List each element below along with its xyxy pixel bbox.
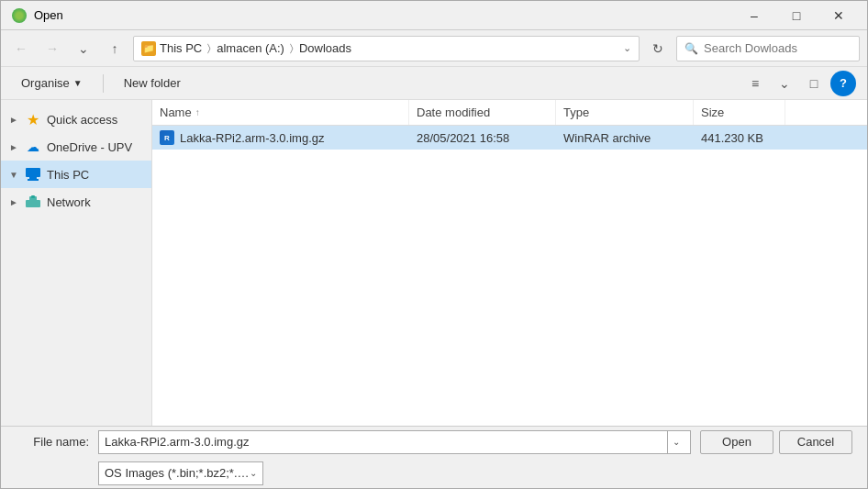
file-header: Name ↑ Date modified Type Size <box>152 100 867 126</box>
filetype-row: OS Images (*.bin;*.bz2;*.dmg;*. ⌄ <box>16 461 852 485</box>
svg-rect-1 <box>29 177 37 179</box>
filename-input[interactable] <box>105 435 667 449</box>
filename-input-wrap: ⌄ <box>98 430 691 454</box>
quick-access-chevron-icon: ► <box>8 115 19 125</box>
app-icon <box>12 8 27 23</box>
new-folder-button[interactable]: New folder <box>115 71 190 96</box>
sidebar-item-network[interactable]: ► Network <box>1 188 151 216</box>
close-button[interactable]: ✕ <box>818 1 860 30</box>
quick-access-label: Quick access <box>47 113 117 127</box>
organise-label: Organise <box>21 76 70 90</box>
help-label: ? <box>840 76 847 90</box>
addressbar: ← → ⌄ ↑ 📁 This PC 〉 almacen (A:) 〉 Dowlo… <box>1 30 867 67</box>
toolbar-separator <box>103 74 104 93</box>
filename-row: File name: ⌄ Open Cancel <box>16 430 852 454</box>
this-pc-chevron-icon: ▼ <box>8 170 19 180</box>
back-button[interactable]: ← <box>8 36 34 61</box>
breadcrumb-folder-icon: 📁 <box>141 41 156 56</box>
list-view-button[interactable]: ≡ <box>742 71 768 96</box>
footer-buttons: Open Cancel <box>700 430 852 454</box>
name-sort-icon: ↑ <box>195 107 200 117</box>
forward-button[interactable]: → <box>39 36 65 61</box>
titlebar: Open – □ ✕ <box>1 1 867 30</box>
refresh-button[interactable]: ↻ <box>645 36 671 61</box>
filetype-value: OS Images (*.bin;*.bz2;*.dmg;*. <box>105 466 250 480</box>
col-header-type[interactable]: Type <box>556 100 694 125</box>
this-pc-label: This PC <box>47 168 89 182</box>
organise-button[interactable]: Organise ▼ <box>12 71 92 96</box>
file-list: R Lakka-RPi2.arm-3.0.img.gz 28/05/2021 1… <box>152 126 867 426</box>
organise-chevron-icon: ▼ <box>73 78 83 88</box>
svg-rect-5 <box>31 195 35 198</box>
breadcrumb-sep-2: 〉 <box>290 42 294 54</box>
toolbar-right: ≡ ⌄ □ ? <box>742 71 856 96</box>
search-icon: 🔍 <box>684 42 698 55</box>
file-size-cell: 441.230 KB <box>694 126 785 150</box>
file-area: Name ↑ Date modified Type Size R <box>152 100 867 426</box>
file-name-cell: R Lakka-RPi2.arm-3.0.img.gz <box>152 126 409 150</box>
filename-label: File name: <box>16 435 89 449</box>
breadcrumb: 📁 This PC 〉 almacen (A:) 〉 Dowloads ⌄ <box>133 36 640 61</box>
titlebar-left: Open <box>12 8 63 23</box>
help-button[interactable]: ? <box>830 71 856 96</box>
this-pc-icon <box>25 166 41 183</box>
network-chevron-icon: ► <box>8 197 19 207</box>
search-input[interactable] <box>704 41 851 55</box>
onedrive-chevron-icon: ► <box>8 142 19 152</box>
cancel-button[interactable]: Cancel <box>779 430 852 454</box>
open-dialog: Open – □ ✕ ← → ⌄ ↑ 📁 This PC 〉 almacen (… <box>0 0 868 489</box>
titlebar-controls: – □ ✕ <box>733 1 860 30</box>
titlebar-title: Open <box>34 8 63 22</box>
sidebar-item-this-pc[interactable]: ▼ This PC <box>1 161 151 188</box>
breadcrumb-dropdown-button[interactable]: ⌄ <box>623 42 631 54</box>
footer: File name: ⌄ Open Cancel OS Images (*.bi… <box>1 426 867 488</box>
breadcrumb-dowloads[interactable]: Dowloads <box>299 41 351 55</box>
search-box: 🔍 <box>676 36 860 61</box>
sidebar: ► ★ Quick access ► ☁ OneDrive - UPV ▼ <box>1 100 152 426</box>
breadcrumb-sep-1: 〉 <box>207 42 211 54</box>
sidebar-item-quick-access[interactable]: ► ★ Quick access <box>1 106 151 133</box>
svg-rect-2 <box>28 179 39 181</box>
file-type-cell: WinRAR archive <box>556 126 694 150</box>
view-chevron-button[interactable]: ⌄ <box>772 71 797 96</box>
filename-dropdown-button[interactable]: ⌄ <box>667 431 684 453</box>
recent-locations-button[interactable]: ⌄ <box>71 36 96 61</box>
table-row[interactable]: R Lakka-RPi2.arm-3.0.img.gz 28/05/2021 1… <box>152 126 867 150</box>
minimize-button[interactable]: – <box>733 1 775 30</box>
toolbar: Organise ▼ New folder ≡ ⌄ □ ? <box>1 67 867 100</box>
col-header-size[interactable]: Size <box>694 100 785 125</box>
breadcrumb-this-pc[interactable]: This PC <box>160 41 202 55</box>
filetype-select[interactable]: OS Images (*.bin;*.bz2;*.dmg;*. ⌄ <box>98 461 263 485</box>
onedrive-label: OneDrive - UPV <box>47 140 132 154</box>
sidebar-item-onedrive[interactable]: ► ☁ OneDrive - UPV <box>1 133 151 161</box>
col-header-name[interactable]: Name ↑ <box>152 100 409 125</box>
col-header-date[interactable]: Date modified <box>409 100 556 125</box>
quick-access-icon: ★ <box>25 111 41 128</box>
filetype-chevron-icon: ⌄ <box>250 468 257 478</box>
svg-rect-3 <box>26 200 40 207</box>
open-button[interactable]: Open <box>700 430 773 454</box>
network-icon <box>25 194 41 210</box>
file-icon: R <box>160 130 174 145</box>
breadcrumb-almacen[interactable]: almacen (A:) <box>217 41 284 55</box>
file-date-cell: 28/05/2021 16:58 <box>409 126 556 150</box>
new-folder-label: New folder <box>124 76 181 90</box>
up-button[interactable]: ↑ <box>102 36 128 61</box>
network-label: Network <box>47 195 91 209</box>
svg-rect-0 <box>26 168 40 177</box>
onedrive-icon: ☁ <box>25 139 41 155</box>
main-content: ► ★ Quick access ► ☁ OneDrive - UPV ▼ <box>1 100 867 426</box>
maximize-button[interactable]: □ <box>775 1 818 30</box>
pane-button[interactable]: □ <box>801 71 827 96</box>
